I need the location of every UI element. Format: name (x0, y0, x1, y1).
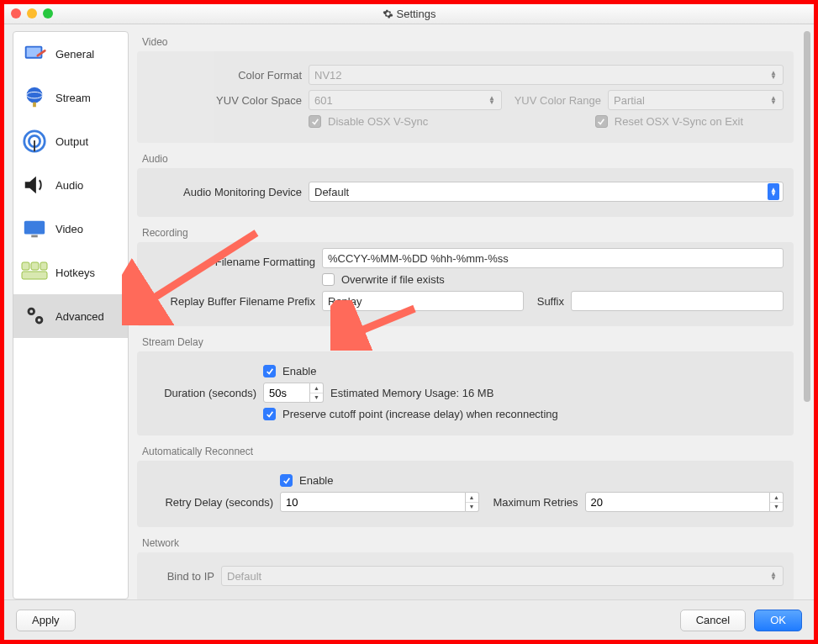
chevron-down-icon: ▼ (770, 503, 783, 512)
vertical-scrollbar[interactable] (802, 31, 812, 593)
zoom-icon[interactable] (43, 8, 53, 18)
stepper-buttons[interactable]: ▲▼ (466, 492, 479, 512)
sidebar-item-label: Stream (55, 92, 91, 104)
sidebar-item-label: Audio (55, 179, 83, 192)
sidebar-item-label: General (55, 48, 94, 61)
overwrite-label: Overwrite if file exists (341, 273, 445, 286)
sidebar-item-video[interactable]: Video (13, 207, 128, 251)
chevron-up-icon: ▲ (310, 383, 323, 393)
section-recording: Recording Filename Formatting x Overwrit… (137, 222, 794, 326)
color-format-select[interactable]: NV12 ▲▼ (309, 65, 784, 85)
reconnect-enable-checkbox[interactable] (280, 474, 293, 487)
title-bar: Settings (4, 4, 814, 24)
section-network: Network Bind to IP Default ▲▼ (137, 532, 794, 599)
suffix-input[interactable] (571, 291, 784, 311)
chevron-up-icon: ▲ (770, 493, 783, 503)
sidebar-item-stream[interactable]: Stream (13, 76, 128, 119)
window-title-text: Settings (397, 8, 436, 20)
bind-ip-label: Bind to IP (147, 570, 214, 583)
section-audio: Audio Audio Monitoring Device Default ▲▼ (137, 148, 794, 217)
svg-rect-10 (31, 235, 38, 238)
close-icon[interactable] (11, 8, 21, 18)
section-video: Video Color Format NV12 ▲▼ YUV Color Spa… (137, 31, 794, 143)
duration-label: Duration (seconds) (147, 387, 256, 399)
max-retries-stepper[interactable]: ▲▼ (585, 492, 784, 512)
section-title: Audio (137, 148, 794, 168)
sidebar-item-label: Output (55, 135, 88, 148)
disable-vsync-checkbox[interactable] (309, 115, 321, 128)
sidebar-item-audio[interactable]: Audio (13, 163, 128, 207)
chevron-up-down-icon: ▲▼ (768, 183, 779, 200)
chevron-up-down-icon: ▲▼ (768, 96, 779, 104)
stepper-buttons[interactable]: ▲▼ (770, 492, 784, 512)
sidebar-item-advanced[interactable]: Advanced (13, 294, 128, 338)
scrollbar-thumb[interactable] (804, 31, 810, 402)
advanced-icon (20, 302, 49, 330)
dialog-footer: Apply Cancel OK (4, 599, 814, 640)
settings-content: Video Color Format NV12 ▲▼ YUV Color Spa… (137, 31, 805, 599)
window-frame: Settings General Stream Output (0, 0, 818, 644)
chevron-up-down-icon: ▲▼ (768, 71, 779, 79)
filename-formatting-input[interactable] (322, 248, 784, 268)
section-title: Automatically Reconnect (137, 441, 794, 461)
duration-input[interactable] (263, 383, 310, 403)
yuv-space-label: YUV Color Space (147, 94, 302, 107)
retry-delay-input[interactable] (280, 492, 466, 512)
sidebar-item-output[interactable]: Output (13, 119, 128, 163)
sidebar-item-hotkeys[interactable]: Hotkeys (13, 251, 128, 294)
svg-rect-13 (40, 262, 47, 270)
preserve-cutoff-checkbox[interactable] (263, 408, 276, 420)
chevron-up-down-icon: ▲▼ (486, 96, 498, 104)
svg-point-3 (27, 87, 43, 103)
section-auto-reconnect: Automatically Reconnect Enable Retry Del… (137, 441, 794, 527)
yuv-range-select[interactable]: Partial ▲▼ (608, 90, 784, 110)
bind-ip-select[interactable]: Default ▲▼ (221, 566, 784, 586)
svg-rect-8 (34, 140, 35, 151)
chevron-down-icon: ▼ (466, 503, 478, 512)
stream-icon (20, 83, 49, 112)
yuv-space-select[interactable]: 601 ▲▼ (309, 90, 502, 110)
audio-icon (20, 171, 49, 199)
ok-button[interactable]: OK (754, 610, 802, 631)
sidebar-item-general[interactable]: General (13, 32, 128, 76)
reset-vsync-checkbox[interactable] (595, 115, 608, 128)
disable-vsync-label: Disable OSX V-Sync (328, 115, 428, 128)
color-format-label: Color Format (147, 69, 302, 82)
sidebar: General Stream Output Audio (13, 31, 129, 599)
stream-delay-enable-checkbox[interactable] (263, 365, 276, 377)
yuv-range-label: YUV Color Range (509, 94, 601, 107)
stream-delay-enable-label: Enable (282, 365, 316, 377)
audio-monitor-select[interactable]: Default ▲▼ (309, 182, 784, 202)
stepper-buttons[interactable]: ▲▼ (310, 383, 324, 403)
svg-rect-11 (22, 262, 29, 270)
video-icon (20, 214, 49, 243)
general-icon (20, 40, 49, 68)
section-title: Network (137, 532, 794, 552)
gear-icon (383, 8, 393, 19)
max-retries-label: Maximum Retries (486, 496, 578, 509)
replay-prefix-input[interactable] (322, 291, 524, 311)
chevron-down-icon: ▼ (310, 393, 323, 403)
window-title: Settings (383, 8, 436, 20)
svg-rect-9 (24, 221, 45, 235)
preserve-cutoff-label: Preserve cutoff point (increase delay) w… (282, 408, 558, 420)
sidebar-item-label: Hotkeys (55, 267, 95, 279)
reset-vsync-label: Reset OSX V-Sync on Exit (615, 115, 743, 128)
chevron-up-icon: ▲ (466, 493, 478, 503)
estimated-memory-label: Estimated Memory Usage: 16 MB (330, 387, 493, 399)
section-title: Stream Delay (137, 331, 794, 351)
section-title: Video (137, 31, 794, 51)
sidebar-item-label: Advanced (55, 310, 104, 323)
svg-rect-14 (22, 272, 47, 279)
duration-stepper[interactable]: ▲▼ (263, 383, 324, 403)
overwrite-checkbox[interactable] (322, 273, 335, 286)
minimize-icon[interactable] (27, 8, 37, 18)
svg-rect-5 (33, 103, 36, 108)
section-title: Recording (137, 222, 794, 242)
svg-rect-12 (31, 262, 39, 270)
retry-delay-stepper[interactable]: ▲▼ (280, 492, 479, 512)
max-retries-input[interactable] (585, 492, 771, 512)
reconnect-enable-label: Enable (299, 474, 333, 487)
apply-button[interactable]: Apply (16, 610, 76, 631)
cancel-button[interactable]: Cancel (680, 610, 746, 631)
